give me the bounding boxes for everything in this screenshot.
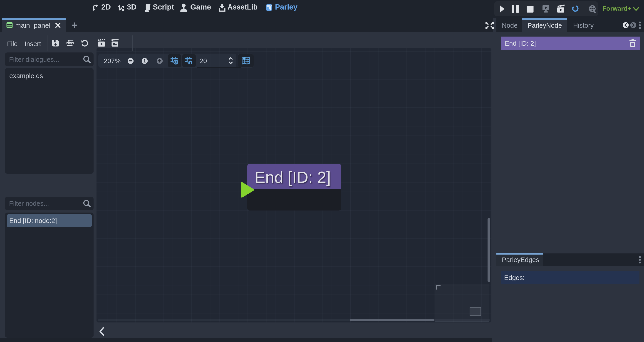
svg-text:1: 1	[143, 58, 146, 63]
